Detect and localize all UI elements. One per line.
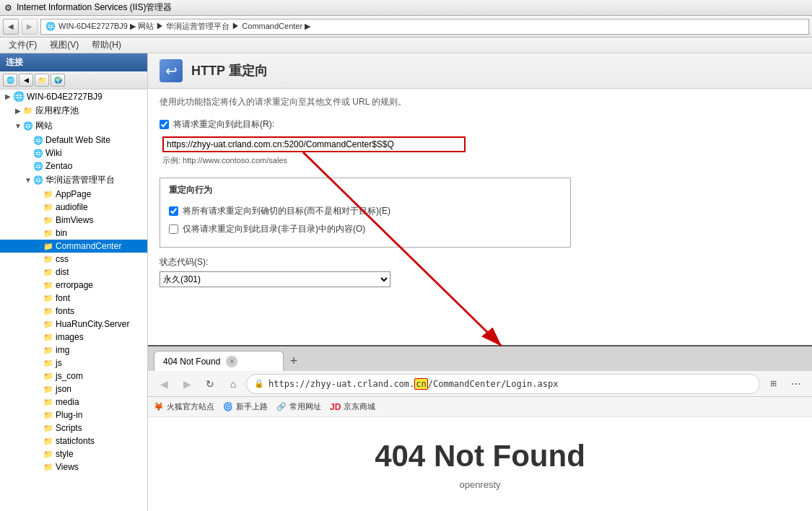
app-icon: ⚙: [4, 3, 12, 13]
tree-item-sites[interactable]: ▼ 🌐 网站: [0, 118, 147, 134]
content-area: ↩ HTTP 重定向 使用此功能指定将传入的请求重定向至其他文件或 URL 的规…: [148, 53, 812, 511]
tree-item-css[interactable]: 📁 css: [0, 253, 147, 266]
bookmark-firefox[interactable]: 🦊 火狐官方站点: [154, 401, 214, 412]
browser-content: 404 Not Found openresty: [148, 417, 812, 511]
exact-target-checkbox[interactable]: [169, 206, 178, 216]
tree-item-scripts[interactable]: 📁 Scripts: [0, 422, 147, 434]
label-commandcenter: CommandCenter: [56, 241, 121, 251]
bookmark-jd[interactable]: JD 京东商城: [330, 401, 375, 412]
label-jscom: js_com: [56, 371, 83, 381]
label-default: Default Web Site: [45, 135, 110, 145]
tree-item-audiofile[interactable]: 📁 audiofile: [0, 201, 147, 214]
label-images: images: [56, 332, 84, 342]
browser-reader-button[interactable]: ⊞: [763, 374, 783, 394]
tree-item-zentao[interactable]: 🌐 Zentao: [0, 160, 147, 172]
tree-item-apppage[interactable]: 📁 AppPage: [0, 188, 147, 201]
status-code-select[interactable]: 永久(301) 找到(302) 临时(307): [160, 271, 390, 287]
sidebar-tool-back[interactable]: ◀: [19, 74, 33, 87]
tree-item-fonts[interactable]: 📁 fonts: [0, 305, 147, 318]
redirect-checkbox[interactable]: [160, 120, 169, 129]
tree-item-huarun[interactable]: ▼ 🌐 华润运营管理平台: [0, 172, 147, 188]
label-sites: 网站: [35, 120, 53, 132]
tree-item-style[interactable]: 📁 style: [0, 447, 147, 460]
bookmark-newuser-icon: 🌀: [223, 402, 233, 411]
tree-item-bin[interactable]: 📁 bin: [0, 227, 147, 240]
icon-plugin: 📁: [43, 411, 53, 420]
tree-item-images[interactable]: 📁 images: [0, 331, 147, 344]
toggle-sites: ▼: [13, 122, 23, 130]
label-plugin: Plug-in: [56, 410, 82, 420]
icon-img: 📁: [43, 346, 53, 355]
sidebar: 连接 🌐 ◀ 📁 🌍 ▶ 🌐 WIN-6D4E2727BJ9 ▶ 📁 应用程序池: [0, 53, 148, 511]
menu-bar: 文件(F) 视图(V) 帮助(H): [0, 38, 812, 53]
form-area: 将请求重定向到此目标(R): 示例: http://www.contoso.co…: [148, 113, 812, 293]
http-redirect-icon: ↩: [160, 59, 183, 82]
bookmark-common-icon: 🔗: [276, 402, 287, 411]
tree-item-commandcenter[interactable]: 📁 CommandCenter: [0, 240, 147, 253]
tree-item-default[interactable]: 🌐 Default Web Site: [0, 134, 147, 147]
new-tab-button[interactable]: +: [284, 351, 304, 371]
tree-item-json[interactable]: 📁 json: [0, 383, 147, 396]
bookmark-common[interactable]: 🔗 常用网址: [276, 401, 321, 412]
tree-item-font[interactable]: 📁 font: [0, 292, 147, 305]
sidebar-tool-folder[interactable]: 📁: [35, 74, 49, 87]
tab-close-button[interactable]: ×: [226, 356, 237, 367]
label-scripts: Scripts: [56, 423, 82, 433]
tree-item-bimviews[interactable]: 📁 BimViews: [0, 214, 147, 227]
sidebar-tool-globe2[interactable]: 🌍: [51, 74, 65, 87]
sidebar-tool-globe[interactable]: 🌐: [3, 74, 17, 87]
label-root: WIN-6D4E2727BJ9: [27, 92, 102, 102]
redirect-url-input[interactable]: [162, 136, 466, 152]
menu-help[interactable]: 帮助(H): [86, 38, 127, 53]
tree-item-img[interactable]: 📁 img: [0, 344, 147, 357]
label-fonts: fonts: [56, 306, 74, 316]
browser-back-button[interactable]: ◀: [154, 374, 174, 394]
browser-menu-button[interactable]: ⋯: [786, 374, 806, 394]
forward-button[interactable]: ▶: [22, 19, 38, 35]
sidebar-header: 连接: [0, 53, 147, 71]
label-bimviews: BimViews: [56, 215, 93, 225]
icon-commandcenter: 📁: [43, 242, 53, 251]
tree-item-apppool[interactable]: ▶ 📁 应用程序池: [0, 103, 147, 118]
tree-item-huaruncity[interactable]: 📁 HuaRunCity.Server: [0, 318, 147, 331]
icon-default: 🌐: [33, 136, 43, 145]
label-views: Views: [56, 462, 79, 472]
lock-icon: 🔒: [254, 379, 264, 388]
tab-title: 404 Not Found: [163, 357, 220, 367]
browser-home-button[interactable]: ⌂: [223, 374, 243, 394]
icon-jscom: 📁: [43, 372, 53, 381]
content-title: HTTP 重定向: [191, 62, 268, 79]
tree-item-errorpage[interactable]: 📁 errorpage: [0, 279, 147, 292]
label-dist: dist: [56, 267, 69, 277]
bookmark-newuser-label: 新手上路: [236, 401, 268, 412]
bookmark-newuser[interactable]: 🌀 新手上路: [223, 401, 268, 412]
tree-item-js[interactable]: 📁 js: [0, 357, 147, 370]
redirect-checkbox-row: 将请求重定向到此目标(R):: [160, 118, 800, 131]
back-button[interactable]: ◀: [3, 19, 19, 35]
label-huaruncity: HuaRunCity.Server: [56, 319, 129, 329]
tree-item-media[interactable]: 📁 media: [0, 396, 147, 409]
status-code-label: 状态代码(S):: [160, 256, 800, 268]
browser-refresh-button[interactable]: ↻: [200, 374, 220, 394]
icon-json: 📁: [43, 385, 53, 394]
icon-dist: 📁: [43, 268, 53, 277]
icon-views: 📁: [43, 463, 53, 472]
browser-forward-button[interactable]: ▶: [177, 374, 197, 394]
browser-tab-bar: 404 Not Found × +: [148, 346, 812, 371]
tree-item-plugin[interactable]: 📁 Plug-in: [0, 409, 147, 422]
subdir-checkbox[interactable]: [169, 224, 178, 234]
menu-file[interactable]: 文件(F): [3, 38, 43, 53]
url-part-after: /CommandCenter/Login.aspx: [428, 379, 559, 389]
tree-item-dist[interactable]: 📁 dist: [0, 266, 147, 279]
menu-view[interactable]: 视图(V): [44, 38, 84, 53]
tree-item-root[interactable]: ▶ 🌐 WIN-6D4E2727BJ9: [0, 89, 147, 103]
browser-tab-404[interactable]: 404 Not Found ×: [154, 351, 284, 371]
tree-item-jscom[interactable]: 📁 js_com: [0, 370, 147, 383]
toolbar: ◀ ▶ 🌐 WIN-6D4E2727BJ9 ▶ 网站 ▶ 华润运营管理平台 ▶ …: [0, 16, 812, 38]
tree-item-views[interactable]: 📁 Views: [0, 460, 147, 473]
subdir-checkbox-row: 仅将请求重定向到此目录(非子目录)中的内容(O): [169, 223, 562, 235]
icon-font: 📁: [43, 294, 53, 303]
tree-item-staticfonts[interactable]: 📁 staticfonts: [0, 434, 147, 447]
url-bar-container: 🔒 https://zhyy-uat.crland.com.cn/Command…: [246, 374, 760, 394]
tree-item-wiki[interactable]: 🌐 Wiki: [0, 147, 147, 160]
